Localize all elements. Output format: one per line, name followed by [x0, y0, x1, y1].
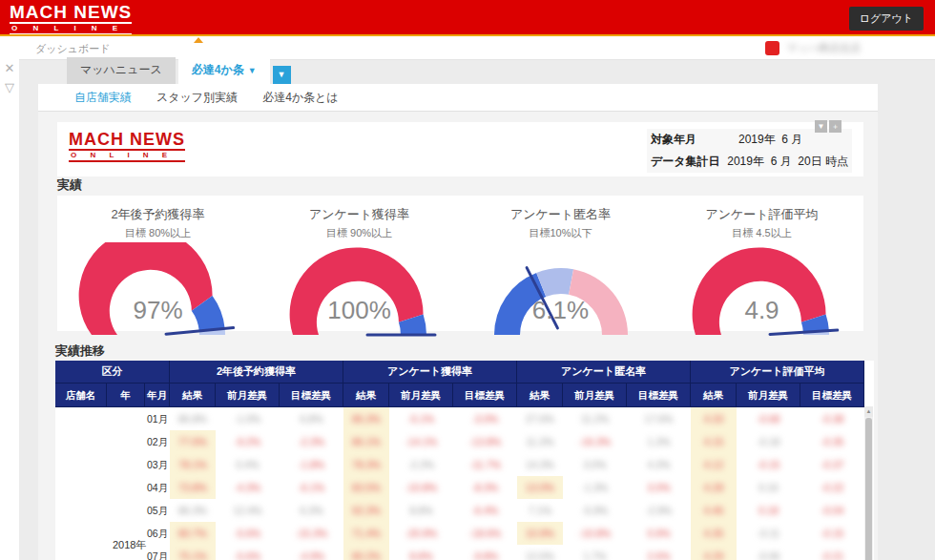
report-header-box: MACH NEWS O N L I N E ▼ ＋ 対象年月 2019年 6 月… — [57, 122, 863, 176]
subnav-staff-results[interactable]: スタッフ別実績 — [156, 90, 238, 106]
gauge-2: アンケート獲得率目標 90%以上100% — [259, 196, 460, 331]
value-cell: 13.0% — [517, 476, 563, 499]
year-cell — [107, 476, 145, 499]
value-cell: 4.29 — [691, 545, 737, 560]
value-cell: -0.15 — [800, 522, 864, 545]
table-header-cell: 目標差異 — [627, 384, 691, 407]
app-logo: MACH NEWS O N L I N E — [10, 4, 132, 35]
year-cell — [107, 430, 145, 453]
gauge-target: 目標10%以下 — [460, 226, 661, 240]
table-header-cell: 結果 — [517, 384, 563, 407]
table-header-cell: 前月差異 — [389, 384, 453, 407]
month-cell: 01月 — [145, 407, 170, 430]
value-cell: -0.11 — [737, 522, 800, 545]
table-header-cell: 前月差異 — [737, 384, 800, 407]
value-cell: 80.2% — [343, 545, 389, 560]
active-nav-pointer-icon — [194, 37, 203, 43]
table-header-cell: 店舗名 — [55, 384, 107, 407]
value-cell: -4.9% — [280, 545, 343, 560]
main-panel: 自店舗実績 スタッフ別実績 必達4か条とは MACH NEWS O N L I … — [38, 84, 878, 560]
value-cell: 86.1% — [343, 430, 389, 453]
value-cell: 8.8% — [389, 545, 453, 560]
store-name-cell — [55, 407, 107, 430]
value-cell: 78.1% — [170, 453, 216, 476]
subnav-about-4kajo[interactable]: 必達4か条とは — [262, 90, 339, 106]
value-cell: 0.18 — [737, 499, 800, 522]
store-name-cell — [55, 545, 107, 560]
month-cell: 05月 — [145, 499, 170, 522]
value-cell: 4.46 — [691, 499, 737, 522]
value-cell: -0.37 — [800, 453, 864, 476]
value-cell: -9.8% — [453, 545, 517, 560]
year-cell — [107, 453, 145, 476]
value-cell: 8.8% — [389, 499, 453, 522]
value-cell: -8.3% — [453, 476, 517, 499]
value-cell: 17.6% — [627, 407, 691, 430]
report-dates: ▼ ＋ 対象年月 2019年 6 月 データ集計日 2019年 6 月 20日 … — [647, 129, 852, 173]
scrollbar-thumb[interactable] — [865, 418, 872, 560]
table-header-cell: 前月差異 — [216, 384, 280, 407]
close-icon[interactable]: ✕ — [0, 59, 19, 78]
subnav-own-store-results[interactable]: 自店舗実績 — [74, 90, 132, 106]
data-date-row: データ集計日 2019年 6 月 20日 時点 — [647, 151, 852, 173]
filter-icon[interactable]: ▽ — [0, 78, 19, 97]
value-cell: 0.9% — [627, 522, 691, 545]
value-cell: -6.1% — [280, 476, 343, 499]
value-cell: 4.15 — [691, 430, 737, 453]
tab-dropdown-button[interactable]: ▼ — [273, 66, 291, 84]
value-cell: 27.6% — [517, 407, 563, 430]
value-cell: 4.12 — [691, 453, 737, 476]
table-header-cell: アンケート評価平均 — [691, 361, 864, 384]
value-cell: 77.6% — [170, 430, 216, 453]
breadcrumb[interactable]: ダッシュボード — [35, 42, 111, 56]
scroll-up-icon[interactable]: ▲ — [864, 406, 873, 417]
table-header-cell: 結果 — [691, 384, 737, 407]
value-cell: 4.33 — [691, 407, 737, 430]
tab-bar: マッハニュース 必達4か条▼ ▼ — [67, 61, 291, 84]
value-cell: -5.9% — [563, 499, 627, 522]
store-name-cell — [55, 453, 107, 476]
value-cell: 12.6% — [517, 545, 563, 560]
value-cell: 6.3% — [280, 499, 343, 522]
value-cell: 86.3% — [343, 407, 389, 430]
value-cell: -18.6% — [453, 522, 517, 545]
gauge-value: 100% — [259, 296, 460, 325]
sub-nav: 自店舗実績 スタッフ別実績 必達4か条とは — [38, 84, 878, 112]
table-header-cell: 2年後予約獲得率 — [170, 361, 343, 384]
logout-button[interactable]: ログアウト — [849, 7, 924, 31]
value-cell: 7.1% — [517, 499, 563, 522]
target-month-label: 対象年月 — [651, 132, 738, 148]
target-month-value: 2019年 6 月 — [738, 132, 802, 148]
store-name-cell — [55, 430, 107, 453]
value-cell: 86.3% — [170, 499, 216, 522]
tab-mach-news[interactable]: マッハニュース — [67, 57, 176, 84]
gauge-4: アンケート評価平均目標 4.5以上4.9 — [661, 196, 862, 331]
table-header-cell: 結果 — [343, 384, 389, 407]
gauges: 2年後予約獲得率目標 80%以上97%アンケート獲得率目標 90%以上100%ア… — [57, 196, 863, 331]
table-header-cell: 目標差異 — [453, 384, 517, 407]
value-cell: -0.22 — [800, 476, 864, 499]
user-name: マッハ商店北店 — [786, 41, 861, 55]
user-area[interactable]: マッハ商店北店 — [765, 39, 861, 56]
value-cell: 10.9% — [517, 522, 563, 545]
value-cell: 78.3% — [343, 453, 389, 476]
store-name-cell — [55, 476, 107, 499]
value-cell: -6.4% — [453, 499, 517, 522]
add-button[interactable]: ＋ — [829, 120, 842, 133]
value-cell: 3.0% — [627, 476, 691, 499]
value-cell: -2.3% — [280, 430, 343, 453]
gauge-value: 97% — [57, 296, 259, 325]
value-cell: -13.8% — [453, 430, 517, 453]
tab-hittatsu-4kajo[interactable]: 必達4か条▼ — [178, 57, 270, 84]
table-scrollbar[interactable]: ▲ — [864, 406, 873, 560]
value-cell: 11.2% — [563, 407, 627, 430]
value-cell: 0.16 — [737, 476, 800, 499]
report-logo-line1: MACH NEWS — [69, 132, 185, 148]
gauge-3: アンケート匿名率目標10%以下6.1% — [460, 196, 661, 331]
value-cell: 92.3% — [343, 499, 389, 522]
value-cell: -5.6% — [216, 522, 280, 545]
value-cell: -0.35 — [800, 430, 864, 453]
collapse-button[interactable]: ▼ — [815, 120, 827, 133]
value-cell: -9.2% — [216, 430, 280, 453]
year-cell — [107, 407, 145, 430]
